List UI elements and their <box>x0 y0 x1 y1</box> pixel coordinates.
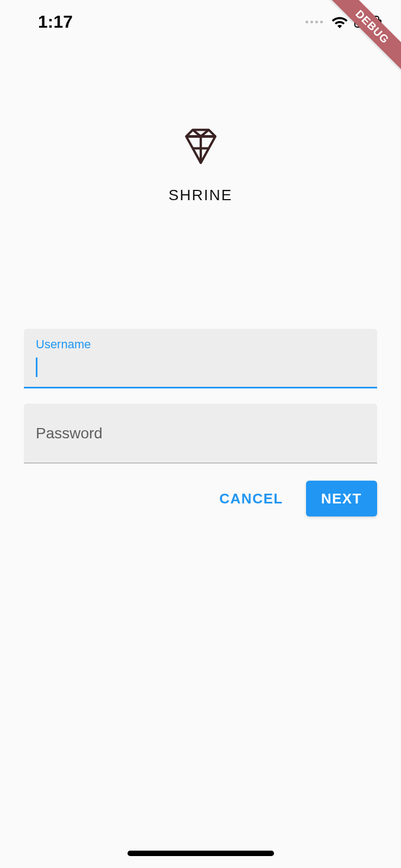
password-input[interactable] <box>36 433 365 455</box>
button-row: CANCEL NEXT <box>24 481 377 516</box>
cancel-button[interactable]: CANCEL <box>204 481 298 516</box>
username-field[interactable]: Username <box>24 329 377 388</box>
username-input[interactable] <box>36 358 365 379</box>
app-name: SHRINE <box>169 187 233 204</box>
logo-block: SHRINE <box>24 126 377 204</box>
password-field[interactable]: Password <box>24 404 377 463</box>
diamond-icon <box>180 126 222 168</box>
home-indicator <box>128 851 274 856</box>
username-label: Username <box>36 337 91 352</box>
next-button[interactable]: NEXT <box>306 481 377 516</box>
